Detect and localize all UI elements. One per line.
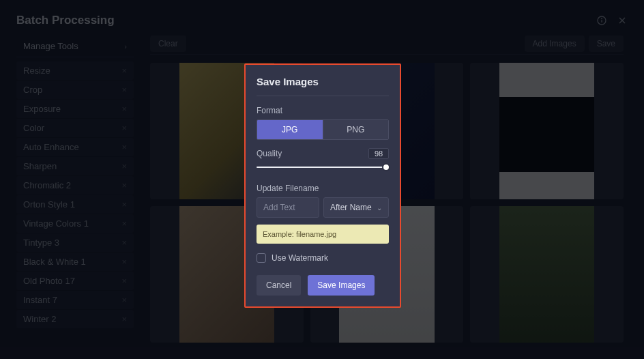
format-jpg-button[interactable]: JPG: [257, 119, 323, 140]
slider-thumb[interactable]: [382, 163, 390, 171]
watermark-row[interactable]: Use Watermark: [257, 253, 389, 263]
filename-position-select[interactable]: After Name ⌄: [323, 197, 389, 218]
quality-value[interactable]: 98: [368, 148, 389, 159]
format-label: Format: [257, 106, 389, 115]
format-png-button[interactable]: PNG: [323, 120, 389, 139]
save-images-modal: Save Images Format JPG PNG Quality 98 Up…: [244, 63, 401, 308]
quality-row: Quality 98: [257, 148, 389, 159]
filename-row: After Name ⌄: [257, 197, 389, 218]
format-segmented: JPG PNG: [257, 119, 389, 140]
quality-slider[interactable]: [257, 160, 389, 174]
add-text-input[interactable]: [257, 197, 319, 218]
modal-actions: Cancel Save Images: [257, 275, 389, 296]
slider-track: [257, 167, 389, 168]
chevron-down-icon: ⌄: [377, 204, 382, 212]
quality-label: Quality: [257, 149, 282, 158]
watermark-checkbox[interactable]: [257, 253, 266, 263]
update-filename-label: Update Filename: [257, 184, 389, 193]
select-value: After Name: [330, 203, 372, 212]
filename-example: Example: filename.jpg: [257, 225, 389, 244]
save-images-button[interactable]: Save Images: [308, 275, 375, 296]
modal-title: Save Images: [257, 76, 389, 96]
cancel-button[interactable]: Cancel: [257, 275, 301, 296]
watermark-label: Use Watermark: [272, 253, 328, 263]
